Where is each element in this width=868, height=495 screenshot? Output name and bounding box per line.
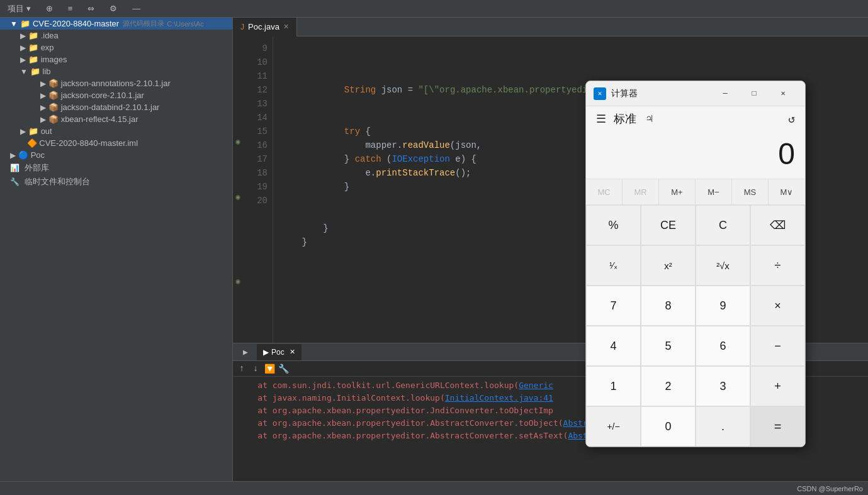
- calc-btn-equals[interactable]: =: [750, 406, 805, 447]
- sidebar-item-temp-files[interactable]: 🔧 临时文件和控制台: [0, 175, 232, 189]
- breakpoint-icon-12[interactable]: ◉: [233, 137, 243, 147]
- editor-tab-poc[interactable]: J Poc.java ✕: [233, 18, 297, 36]
- calc-btn-8[interactable]: 8: [641, 286, 696, 326]
- expand-icon: ▼: [10, 19, 18, 28]
- calc-btn-3[interactable]: 3: [696, 366, 750, 406]
- java-file-icon: J: [240, 23, 244, 31]
- calc-mem-mc[interactable]: MC: [586, 179, 623, 204]
- calc-body: ☰ 标准 ♃ ↺ 0 MC MR M+ M− MS M∨ % CE C ⌫ ¹⁄…: [586, 106, 805, 447]
- calc-btn-c[interactable]: C: [696, 205, 750, 245]
- calc-btn-2[interactable]: 2: [641, 366, 696, 406]
- calc-close-btn[interactable]: ✕: [769, 84, 798, 103]
- tab-close-button[interactable]: ✕: [283, 23, 289, 31]
- sidebar-item-exp[interactable]: ▶ 📁 exp: [0, 42, 232, 53]
- calc-memory-row: MC MR M+ M− MS M∨: [586, 179, 805, 204]
- tab-close-btn[interactable]: ✕: [290, 348, 295, 356]
- breakpoint-icon-18[interactable]: ◉: [233, 277, 243, 286]
- calc-btn-ce[interactable]: CE: [641, 205, 696, 245]
- calc-btn-7[interactable]: 7: [586, 286, 641, 326]
- calc-header: ☰ 标准 ♃ ↺: [586, 106, 805, 131]
- temp-icon: 🔧: [10, 177, 20, 186]
- sidebar-item-xbean[interactable]: ▶ 📦 xbean-reflect-4.15.jar: [0, 113, 232, 125]
- calc-display-value: 0: [778, 137, 795, 170]
- sidebar-item-jackson-db[interactable]: ▶ 📦 jackson-databind-2.10.1.jar: [0, 101, 232, 113]
- settings-small-btn[interactable]: 🔧: [277, 362, 290, 375]
- filter-btn[interactable]: 🔽: [263, 362, 276, 375]
- calc-btn-reciprocal[interactable]: ¹⁄ₓ: [586, 245, 641, 286]
- folder-icon: 📁: [20, 19, 30, 28]
- calc-restore-btn[interactable]: □: [740, 84, 769, 103]
- calc-btn-square[interactable]: x²: [641, 245, 696, 286]
- jar-icon: ▶: [40, 91, 46, 100]
- calc-mem-mr[interactable]: MR: [623, 179, 659, 204]
- scroll-up-btn[interactable]: ↑: [235, 362, 248, 375]
- menu-toolbar-split[interactable]: ⇔: [85, 4, 97, 13]
- file-icon: [20, 139, 25, 148]
- menu-minimize[interactable]: —: [130, 4, 143, 13]
- scroll-down-btn[interactable]: ↓: [249, 362, 262, 375]
- calc-hamburger-icon[interactable]: ☰: [596, 112, 606, 126]
- calc-btn-9[interactable]: 9: [696, 286, 750, 326]
- calc-mem-mplus[interactable]: M+: [659, 179, 696, 204]
- sidebar-item-idea[interactable]: ▶ 📁 .idea: [0, 30, 232, 42]
- sidebar: ▼ 📁 CVE-2020-8840-master 源代码根目录 C:\Users…: [0, 18, 233, 481]
- status-watermark: CSDN @SuperherRo: [797, 485, 863, 492]
- chevron-right-icon: ▶: [20, 127, 26, 136]
- calc-btn-plus[interactable]: +: [750, 366, 805, 406]
- calc-mode-secondary-icon: ♃: [646, 113, 653, 125]
- bottom-tab-poc[interactable]: ▶ Poc ✕: [257, 344, 302, 360]
- calc-app-icon: ✕: [594, 87, 606, 100]
- calc-display: 0: [586, 131, 805, 179]
- calc-btn-multiply[interactable]: ×: [750, 286, 805, 326]
- calc-mem-mv[interactable]: M∨: [769, 179, 805, 204]
- bar-chart-icon: 📊: [10, 164, 20, 172]
- chevron-right-icon: ▶: [10, 151, 16, 160]
- jar-icon: ▶: [40, 115, 46, 124]
- sidebar-item-images[interactable]: ▶ 📁 images: [0, 53, 232, 65]
- sidebar-item-iml[interactable]: 🔶 CVE-2020-8840-master.iml: [0, 137, 232, 149]
- calc-btn-backspace[interactable]: ⌫: [750, 205, 805, 245]
- chevron-right-icon: ▶: [20, 43, 26, 52]
- calculator-window: ✕ 计算器 ─ □ ✕ ☰ 标准 ♃ ↺ 0 MC MR M+ M− MS M∨: [585, 81, 806, 447]
- chevron-right-icon: ▶: [20, 31, 26, 40]
- menu-toolbar-icon[interactable]: ⊕: [43, 4, 55, 13]
- calc-btn-0[interactable]: 0: [641, 406, 696, 447]
- chevron-down-icon: ▼: [20, 67, 28, 76]
- calc-btn-5[interactable]: 5: [641, 326, 696, 366]
- sidebar-root[interactable]: ▼ 📁 CVE-2020-8840-master 源代码根目录 C:\Users…: [0, 18, 232, 30]
- menu-toolbar-list[interactable]: ≡: [65, 4, 76, 13]
- editor-tab-bar: J Poc.java ✕: [233, 18, 868, 36]
- line-numbers: 9 10 11 12 13 14 15 16 17 18 19 20: [245, 36, 273, 343]
- calc-btn-decimal[interactable]: .: [696, 406, 750, 447]
- calc-title-bar: ✕ 计算器 ─ □ ✕: [586, 81, 805, 106]
- calc-buttons: % CE C ⌫ ¹⁄ₓ x² ²√x ÷ 7 8 9 × 4 5 6 − 1 …: [586, 204, 805, 447]
- calc-btn-4[interactable]: 4: [586, 326, 641, 366]
- calc-title-text: 计算器: [611, 88, 711, 99]
- gutter-icons: ◉ ◉ ◉: [233, 36, 245, 343]
- calc-btn-percent[interactable]: %: [586, 205, 641, 245]
- calc-btn-1[interactable]: 1: [586, 366, 641, 406]
- menu-project[interactable]: 项目 ▾: [5, 3, 33, 14]
- menu-settings[interactable]: ⚙: [107, 4, 120, 13]
- status-bar: CSDN @SuperherRo: [0, 481, 868, 495]
- calc-mem-mminus[interactable]: M−: [696, 179, 732, 204]
- calc-minimize-btn[interactable]: ─: [711, 84, 740, 103]
- calc-btn-6[interactable]: 6: [696, 326, 750, 366]
- menu-bar: 项目 ▾ ⊕ ≡ ⇔ ⚙ —: [0, 0, 868, 18]
- sidebar-item-jackson-ann[interactable]: ▶ 📦 jackson-annotations-2.10.1.jar: [0, 77, 232, 89]
- breakpoint-icon-15[interactable]: ◉: [233, 192, 243, 202]
- sidebar-item-out[interactable]: ▶ 📁 out: [0, 125, 232, 137]
- bottom-run-icon[interactable]: ▶: [235, 343, 256, 361]
- jar-icon: ▶: [40, 79, 46, 88]
- calc-btn-divide[interactable]: ÷: [750, 245, 805, 286]
- calc-history-btn[interactable]: ↺: [788, 112, 795, 126]
- sidebar-item-jackson-core[interactable]: ▶ 📦 jackson-core-2.10.1.jar: [0, 89, 232, 101]
- calc-btn-sqrt[interactable]: ²√x: [696, 245, 750, 286]
- calc-mem-ms[interactable]: MS: [732, 179, 769, 204]
- calc-btn-negate[interactable]: +/−: [586, 406, 641, 447]
- calc-btn-minus[interactable]: −: [750, 326, 805, 366]
- calc-window-buttons: ─ □ ✕: [711, 84, 798, 103]
- sidebar-item-poc[interactable]: ▶ 🔵 Poc: [0, 149, 232, 161]
- sidebar-item-lib[interactable]: ▼ 📁 lib: [0, 65, 232, 77]
- sidebar-item-external-libs[interactable]: 📊 外部库: [0, 161, 232, 175]
